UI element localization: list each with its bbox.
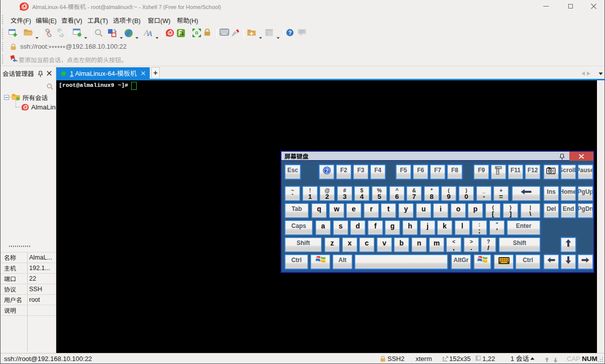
svg-text:?: ? [288,30,292,36]
svg-text:?: ? [325,168,329,174]
svg-text:A: A [147,30,152,37]
